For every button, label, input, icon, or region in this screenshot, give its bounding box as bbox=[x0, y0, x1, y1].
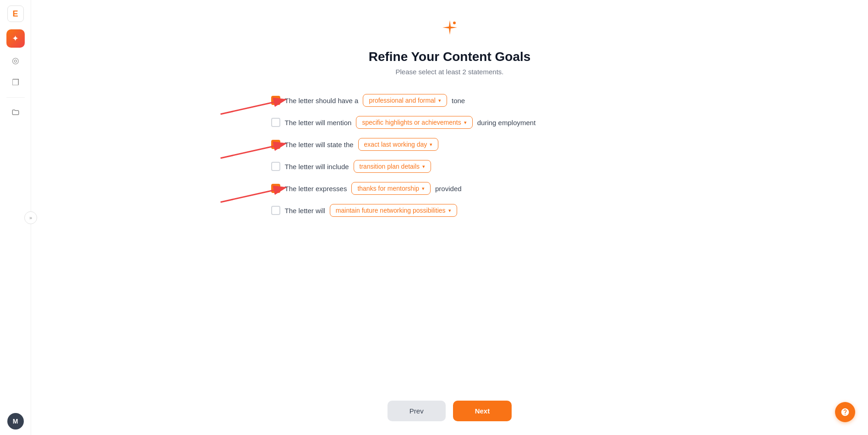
svg-line-3 bbox=[221, 146, 274, 158]
goal-checkbox-highlights[interactable] bbox=[271, 118, 280, 127]
sidebar-item-sparkle[interactable]: ✦ bbox=[6, 29, 25, 48]
main-content: Refine Your Content Goals Please select … bbox=[31, 0, 868, 435]
svg-line-2 bbox=[221, 102, 274, 114]
goal-dropdown-networking[interactable]: maintain future networking possibilities… bbox=[330, 204, 457, 217]
next-button[interactable]: Next bbox=[453, 401, 512, 421]
goal-prefix-tone: The letter should have a bbox=[285, 97, 359, 105]
goal-dropdown-transition[interactable]: transition plan details▾ bbox=[354, 160, 431, 173]
sidebar-item-copy[interactable]: ❐ bbox=[6, 73, 25, 92]
goal-dropdown-mentorship[interactable]: thanks for mentorship▾ bbox=[351, 182, 431, 195]
goal-prefix-mentorship: The letter expresses bbox=[285, 185, 347, 193]
sidebar-item-target[interactable]: ◎ bbox=[6, 51, 25, 70]
goal-suffix-tone: tone bbox=[452, 97, 465, 105]
goal-prefix-networking: The letter will bbox=[285, 207, 325, 215]
goal-checkbox-tone[interactable] bbox=[271, 96, 280, 105]
goal-checkbox-lastday[interactable] bbox=[271, 140, 280, 149]
sidebar-toggle-button[interactable]: » bbox=[24, 211, 37, 224]
goal-row-networking: The letter willmaintain future networkin… bbox=[271, 204, 628, 217]
goal-row-highlights: The letter will mentionspecific highligh… bbox=[271, 116, 628, 129]
arrows-svg bbox=[31, 0, 868, 435]
goal-checkbox-networking[interactable] bbox=[271, 206, 280, 215]
svg-line-4 bbox=[221, 190, 274, 202]
page-sparkle-icon bbox=[440, 18, 460, 42]
sidebar-bottom: M bbox=[7, 413, 24, 429]
goal-dropdown-highlights[interactable]: specific highlights or achievements▾ bbox=[356, 116, 472, 129]
app-logo[interactable]: E bbox=[7, 6, 24, 22]
goal-suffix-mentorship: provided bbox=[435, 185, 462, 193]
help-button[interactable] bbox=[835, 402, 855, 422]
page-subtitle: Please select at least 2 statements. bbox=[396, 68, 504, 76]
goal-suffix-highlights: during employment bbox=[477, 119, 536, 127]
sidebar-divider bbox=[6, 97, 25, 98]
goal-checkbox-mentorship[interactable] bbox=[271, 184, 280, 193]
goal-prefix-transition: The letter will include bbox=[285, 163, 349, 171]
bottom-bar: Prev Next bbox=[388, 401, 512, 421]
goal-checkbox-transition[interactable] bbox=[271, 162, 280, 171]
goal-row-lastday: The letter will state theexact last work… bbox=[271, 138, 628, 151]
goal-prefix-lastday: The letter will state the bbox=[285, 141, 354, 149]
goal-row-tone: The letter should have aprofessional and… bbox=[271, 94, 628, 107]
sidebar: E ✦ ◎ ❐ » M bbox=[0, 0, 31, 435]
prev-button[interactable]: Prev bbox=[388, 401, 446, 421]
goal-dropdown-lastday[interactable]: exact last working day▾ bbox=[358, 138, 439, 151]
goals-form: The letter should have aprofessional and… bbox=[271, 94, 628, 217]
goal-dropdown-tone[interactable]: professional and formal▾ bbox=[363, 94, 447, 107]
arrows-overlay bbox=[31, 0, 868, 435]
goal-row-mentorship: The letter expressesthanks for mentorshi… bbox=[271, 182, 628, 195]
sidebar-item-folder[interactable] bbox=[6, 103, 25, 121]
svg-point-0 bbox=[453, 22, 456, 24]
goal-row-transition: The letter will includetransition plan d… bbox=[271, 160, 628, 173]
goal-prefix-highlights: The letter will mention bbox=[285, 119, 352, 127]
page-title: Refine Your Content Goals bbox=[369, 50, 531, 64]
user-avatar[interactable]: M bbox=[7, 413, 24, 429]
